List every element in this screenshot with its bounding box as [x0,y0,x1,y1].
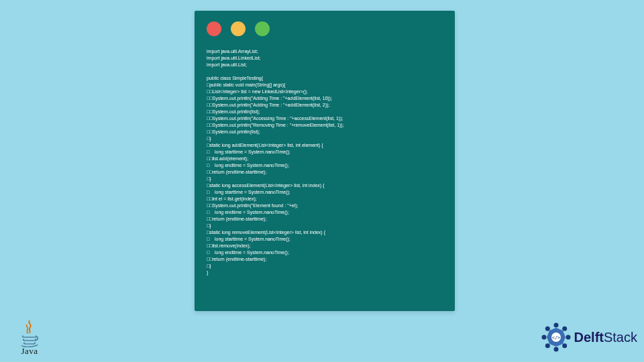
maximize-icon [255,21,270,36]
traffic-lights [207,21,443,36]
java-cup-icon [18,320,41,347]
svg-point-0 [553,323,558,328]
java-label: Java [13,346,46,357]
close-icon [207,21,221,36]
svg-point-6 [541,335,546,340]
svg-text:</>: </> [551,335,560,341]
svg-point-3 [562,343,567,348]
svg-point-7 [545,326,549,331]
minimize-icon [231,21,246,36]
delftstack-badge-icon: </> [541,322,572,353]
code-window: import java.util.ArrayList; import java.… [195,11,455,311]
code-block: import java.util.ArrayList; import java.… [207,48,443,276]
delftstack-label: DelftStack [574,330,637,345]
svg-point-5 [545,343,549,348]
java-logo: Java [13,320,46,357]
svg-point-4 [553,347,558,352]
svg-point-1 [562,326,567,331]
delftstack-logo: </> DelftStack [541,322,637,353]
svg-point-2 [566,335,570,340]
